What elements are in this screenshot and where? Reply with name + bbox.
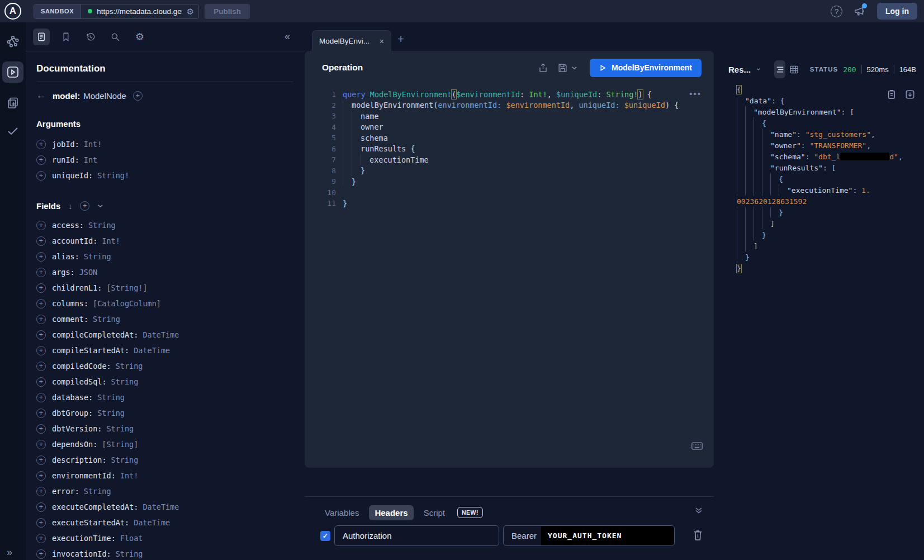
run-operation-button[interactable]: ModelByEnvironment [590, 59, 702, 77]
field-type[interactable]: String [88, 221, 116, 230]
add-field-icon[interactable]: + [36, 362, 46, 371]
code-line[interactable]: 6runResults { [311, 144, 714, 155]
current-field-type[interactable]: ModelNode [83, 91, 126, 101]
expand-rail-icon[interactable]: » [7, 547, 12, 558]
field-type[interactable]: DateTime [134, 518, 170, 527]
add-field-icon[interactable]: + [36, 315, 46, 324]
add-all-fields-icon[interactable]: + [80, 201, 89, 211]
add-field-icon[interactable]: + [36, 393, 46, 402]
field-name[interactable]: runId: [52, 155, 79, 164]
field-name[interactable]: error: [52, 487, 79, 496]
code-line[interactable]: 4owner [311, 122, 714, 133]
add-field-icon[interactable]: + [36, 455, 46, 465]
code-line[interactable]: 9} [311, 176, 714, 187]
text-view-toggle[interactable] [774, 60, 786, 78]
add-field-icon[interactable]: + [36, 283, 46, 293]
delete-header-icon[interactable] [693, 529, 703, 541]
add-field-icon[interactable]: + [36, 221, 46, 230]
announcements-icon[interactable] [854, 5, 866, 17]
code-line[interactable]: 2modelByEnvironment(environmentId: $envi… [311, 100, 714, 111]
add-field-icon[interactable]: + [36, 502, 46, 512]
field-name[interactable]: comment: [52, 315, 88, 324]
add-field-icon[interactable]: + [36, 252, 46, 262]
checks-icon[interactable] [6, 124, 20, 137]
field-type[interactable]: DateTime [143, 330, 179, 339]
field-type[interactable]: [String] [102, 440, 138, 449]
field-name[interactable]: executeCompletedAt: [52, 502, 138, 511]
tab-script[interactable]: Script [418, 505, 451, 520]
connection-settings-gear-icon[interactable]: ⚙ [187, 7, 194, 16]
field-type[interactable]: String [116, 362, 143, 371]
saved-operations-icon[interactable] [58, 29, 74, 45]
field-type[interactable]: [String!] [106, 283, 147, 292]
close-tab-icon[interactable]: × [380, 37, 384, 46]
endpoint-url-input[interactable]: https://metadata.cloud.get [97, 7, 182, 16]
code-line[interactable]: 5schema [311, 132, 714, 144]
field-type[interactable]: String [84, 252, 111, 261]
field-type[interactable]: String [84, 487, 111, 496]
field-name[interactable]: executeStartedAt: [52, 518, 129, 527]
code-line[interactable]: 3name [311, 111, 714, 122]
field-type[interactable]: String [116, 549, 143, 558]
operation-tab[interactable]: ModelByEnvi... × [312, 30, 391, 51]
back-arrow-icon[interactable]: ← [36, 90, 46, 101]
code-line[interactable]: 11} [311, 198, 714, 209]
add-field-icon[interactable]: + [36, 299, 46, 309]
schema-icon[interactable] [6, 35, 20, 48]
keyboard-shortcuts-icon[interactable] [691, 442, 703, 450]
response-body[interactable]: {"data": {"modelByEnvironment": [{"name"… [737, 84, 921, 274]
field-name[interactable]: compileCompletedAt: [52, 330, 138, 339]
field-type[interactable]: Float [120, 534, 143, 543]
code-line[interactable]: 10 [311, 187, 714, 198]
field-type[interactable]: String [97, 393, 125, 402]
publish-button[interactable]: Publish [205, 4, 250, 19]
add-field-icon[interactable]: + [36, 171, 46, 181]
code-line[interactable]: 8} [311, 165, 714, 177]
field-name[interactable]: environmentId: [52, 471, 116, 480]
field-type[interactable]: DateTime [143, 502, 179, 511]
share-operation-icon[interactable] [538, 63, 548, 73]
add-field-icon[interactable]: + [36, 377, 46, 387]
field-name[interactable]: childrenL1: [52, 283, 102, 292]
add-field-icon[interactable]: + [36, 549, 46, 559]
new-tab-icon[interactable]: + [397, 32, 404, 46]
field-name[interactable]: compiledCode: [52, 362, 111, 371]
collapse-bottom-panel-icon[interactable] [694, 506, 703, 515]
add-field-icon[interactable]: + [36, 155, 46, 165]
response-menu-chevron-icon[interactable] [756, 66, 761, 73]
editor-menu-icon[interactable]: ••• [689, 89, 702, 98]
query-editor[interactable]: 1query ModelByEnvironment($environmentId… [305, 84, 714, 209]
field-name[interactable]: args: [52, 268, 75, 277]
collapse-panel-icon[interactable]: « [285, 31, 290, 42]
search-icon[interactable] [107, 29, 124, 45]
field-name[interactable]: uniqueId: [52, 171, 93, 180]
field-type[interactable]: String [93, 315, 120, 324]
add-field-icon[interactable]: + [36, 140, 46, 149]
field-type[interactable]: String [111, 455, 139, 464]
add-field-icon[interactable]: + [36, 409, 46, 418]
code-line[interactable]: 7executionTime [311, 154, 714, 165]
save-operation-icon[interactable] [557, 63, 568, 73]
login-button[interactable]: Log in [877, 3, 917, 20]
add-field-icon[interactable]: + [36, 518, 46, 528]
field-type[interactable]: Int! [84, 140, 102, 149]
tab-variables[interactable]: Variables [319, 505, 364, 520]
field-name[interactable]: access: [52, 221, 84, 230]
fields-menu-chevron-icon[interactable] [97, 203, 103, 209]
header-enabled-checkbox[interactable]: ✓ [320, 531, 330, 541]
endpoint-url-box[interactable]: SANDBOX https://metadata.cloud.get ⚙ [34, 4, 199, 19]
field-type[interactable]: Int [84, 155, 97, 164]
add-field-icon[interactable]: + [36, 236, 46, 246]
add-field-icon[interactable]: + [36, 440, 46, 449]
field-type[interactable]: Int! [102, 236, 120, 245]
tab-headers[interactable]: Headers [369, 505, 413, 520]
add-field-icon[interactable]: + [36, 330, 46, 340]
help-icon[interactable]: ? [831, 6, 842, 17]
field-type[interactable]: JSON [79, 268, 98, 277]
add-field-icon[interactable]: + [36, 471, 46, 481]
add-field-icon[interactable]: + [133, 91, 143, 101]
header-value-input[interactable]: Bearer YOUR_AUTH_TOKEN [503, 525, 675, 546]
field-name[interactable]: description: [52, 455, 107, 464]
field-name[interactable]: compileStartedAt: [52, 346, 129, 355]
field-name[interactable]: executionTime: [52, 534, 116, 543]
